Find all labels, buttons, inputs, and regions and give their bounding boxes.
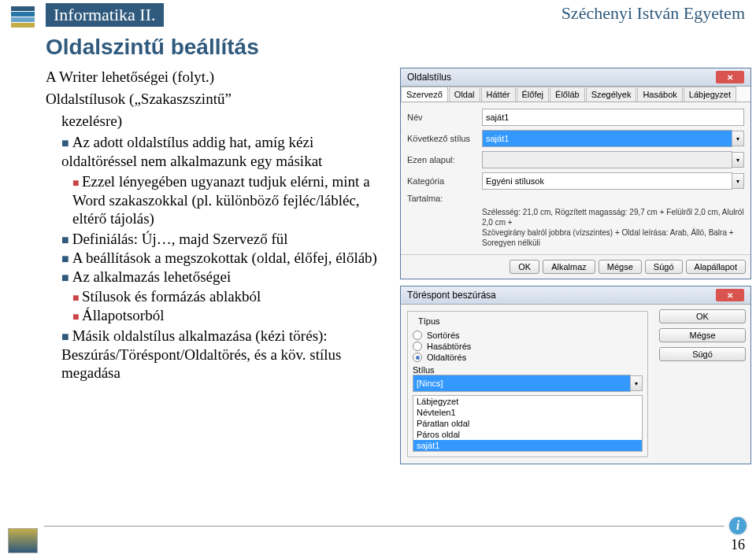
dialog1-tabs: Szervező Oldal Háttér Élőfej Élőláb Szeg… [401, 87, 750, 102]
bullet-apply: Az alkalmazás lehetőségei [61, 268, 392, 286]
ok-button[interactable]: OK [659, 309, 746, 323]
select-category[interactable]: Egyéni stílusok [482, 172, 732, 190]
radio-pagebreak[interactable]: Oldaltörés [413, 353, 643, 362]
chevron-down-icon[interactable]: ▾ [732, 131, 744, 146]
tab-hasabok[interactable]: Hasábok [637, 87, 682, 102]
para-styles-a: Oldalstílusok („Szakaszszintű” [46, 90, 392, 109]
dialog1-title: Oldalstílus [407, 72, 451, 83]
apply-button[interactable]: Alkalmaz [543, 260, 595, 274]
section-title: Oldalszintű beállítás [46, 35, 756, 60]
label-based-on: Ezen alapul: [407, 155, 482, 164]
content-desc-2: Szövegirány balról jobbra (vízszintes) +… [407, 227, 744, 248]
list-item[interactable]: Páratlan oldal [413, 418, 642, 429]
tab-elolab[interactable]: Élőláb [550, 87, 585, 102]
style-listbox[interactable]: Lábjegyzet Névtelen1 Páratlan oldal Páro… [413, 395, 643, 452]
help-button[interactable]: Súgó [659, 347, 746, 361]
logo-stripes [11, 3, 35, 28]
info-icon[interactable]: i [729, 517, 747, 534]
tab-szegelyek[interactable]: Szegélyek [586, 87, 637, 102]
chevron-down-icon[interactable]: ▾ [732, 152, 744, 168]
list-item[interactable]: Lábjegyzet [413, 396, 642, 407]
radio-linebreak[interactable]: Sortörés [413, 331, 643, 340]
lead-text: A Writer lehetőségei (folyt.) [46, 68, 392, 87]
list-item[interactable]: Névtelen1 [413, 407, 642, 418]
course-banner: Informatika II. [46, 3, 164, 27]
close-icon[interactable]: ✕ [716, 289, 744, 301]
university-name: Széchenyi István Egyetem [561, 3, 745, 24]
tab-elofej[interactable]: Élőfej [517, 87, 550, 102]
dialog-insert-break: Töréspont beszúrása ✕ Típus Sortörés Has… [400, 286, 751, 464]
bullet-styles-window: Stílusok és formázás ablakból [72, 287, 392, 306]
content-desc-1: Szélesség: 21,0 cm, Rögzített magasság: … [407, 207, 744, 227]
label-type: Típus [416, 316, 443, 326]
bullet-settings: A beállítások a megszokottak (oldal, élő… [61, 249, 392, 268]
reset-button[interactable]: Alapállapot [686, 260, 746, 274]
footer-logo [8, 528, 38, 553]
page-number: 16 [731, 537, 745, 553]
label-next-style: Következő stílus [407, 134, 482, 143]
cancel-button[interactable]: Mégse [598, 260, 642, 274]
list-item[interactable]: Páros oldal [413, 429, 642, 440]
bullet-statusbar: Állapotsorból [72, 306, 392, 325]
tab-szervezo[interactable]: Szervező [401, 87, 448, 102]
cancel-button[interactable]: Mégse [659, 328, 746, 342]
label-style: Stílus [413, 365, 643, 375]
chevron-down-icon[interactable]: ▾ [732, 173, 744, 189]
ok-button[interactable]: OK [510, 260, 539, 274]
para-styles-b: kezelésre) [46, 112, 392, 131]
close-icon[interactable]: ✕ [716, 71, 744, 83]
radio-columnbreak[interactable]: Hasábtörés [413, 342, 643, 351]
select-based-on[interactable] [482, 151, 732, 168]
select-style[interactable]: [Nincs] [413, 375, 631, 392]
footer-divider [44, 526, 724, 527]
tab-labjegyzet[interactable]: Lábjegyzet [684, 87, 736, 102]
bullet-word-equiv: Ezzel lényegében ugyanazt tudjuk elérni,… [72, 172, 392, 228]
label-category: Kategória [407, 176, 482, 186]
input-name[interactable]: saját1 [482, 109, 744, 126]
label-content: Tartalma: [407, 194, 482, 203]
dialog2-title: Töréspont beszúrása [407, 290, 496, 301]
list-item[interactable]: saját1 [413, 440, 642, 451]
dialog-page-style: Oldalstílus ✕ Szervező Oldal Háttér Élőf… [400, 68, 751, 279]
tab-oldal[interactable]: Oldal [449, 87, 480, 102]
label-name: Név [407, 113, 482, 122]
tab-hatter[interactable]: Háttér [481, 87, 516, 102]
bullet-define: Definiálás: Új…, majd Szervező fül [61, 230, 392, 249]
help-button[interactable]: Súgó [645, 260, 683, 274]
bullet-effect: Az adott oldalstílus addig hat, amíg kéz… [61, 133, 392, 171]
chevron-down-icon[interactable]: ▾ [631, 375, 643, 391]
bullet-other-style: Másik oldalstílus alkalmazása (kézi töré… [61, 327, 392, 382]
select-next-style[interactable]: saját1 [482, 130, 732, 147]
